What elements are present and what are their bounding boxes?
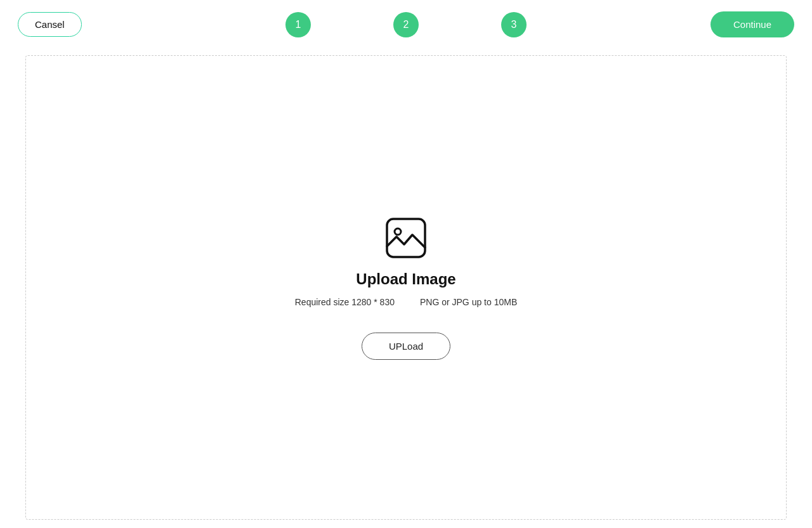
top-bar: Cansel 1 2 3 Continue	[0, 0, 812, 49]
upload-button[interactable]: UPLoad	[362, 333, 450, 360]
svg-rect-0	[387, 219, 425, 257]
step-3: 3	[501, 12, 527, 37]
svg-point-1	[395, 228, 401, 235]
step-1: 1	[285, 12, 311, 37]
step-indicators: 1 2 3	[285, 12, 527, 37]
required-size-text: Required size 1280 * 830	[295, 297, 395, 307]
cancel-button[interactable]: Cansel	[18, 12, 82, 37]
image-icon	[384, 216, 428, 260]
step-2: 2	[393, 12, 419, 37]
file-types-text: PNG or JPG up to 10MB	[420, 297, 517, 307]
upload-drop-area[interactable]: Upload Image Required size 1280 * 830 PN…	[25, 55, 787, 520]
upload-area: Upload Image Required size 1280 * 830 PN…	[295, 216, 518, 360]
upload-title: Upload Image	[356, 270, 455, 288]
upload-meta: Required size 1280 * 830 PNG or JPG up t…	[295, 297, 518, 307]
continue-button[interactable]: Continue	[710, 11, 794, 37]
